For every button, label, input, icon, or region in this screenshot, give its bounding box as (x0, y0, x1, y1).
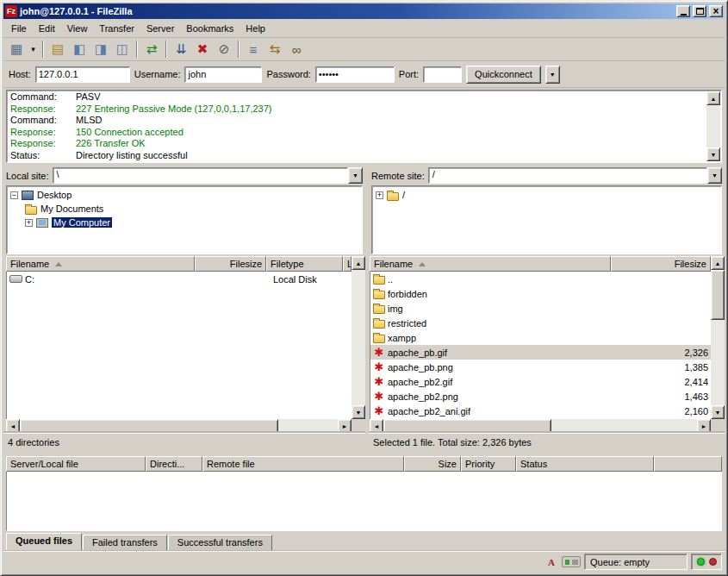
scroll-left-icon[interactable] (370, 419, 383, 433)
scroll-down-icon[interactable] (352, 405, 365, 419)
scroll-thumb[interactable] (383, 419, 551, 433)
password-input[interactable] (315, 66, 395, 83)
scroll-track[interactable] (706, 105, 720, 147)
file-row-item[interactable]: .. (370, 272, 711, 286)
speed-limits-icon[interactable] (562, 556, 581, 567)
scroll-down-icon[interactable] (711, 405, 725, 419)
local-pane: Local site: \ −DesktopMy Documents+My Co… (3, 166, 365, 451)
close-button[interactable] (709, 5, 723, 17)
column-header-filename[interactable]: Filename (370, 256, 611, 272)
find-files-icon[interactable]: ∞ (286, 40, 307, 59)
column-header-priority[interactable]: Priority (461, 456, 516, 472)
local-vertical-scrollbar[interactable] (352, 256, 365, 419)
file-row-restricted[interactable]: restricted (370, 316, 711, 330)
local-site-combobox[interactable]: \ (53, 167, 363, 184)
scroll-down-icon[interactable] (706, 147, 720, 161)
quickconnect-dropdown-icon[interactable] (545, 66, 560, 84)
tree-item-item[interactable]: +/ (372, 188, 721, 202)
directory-comparison-icon[interactable]: ≡ (243, 40, 264, 59)
host-input[interactable] (35, 66, 130, 83)
file-cell: .. (370, 273, 612, 285)
remote-list-area: FilenameFilesize ..forbiddenimgrestricte… (370, 256, 725, 419)
scroll-track[interactable] (278, 419, 338, 433)
message-log-toggle-icon[interactable]: ▤ (47, 40, 68, 59)
column-header-server-local-file[interactable]: Server/Local file (6, 456, 146, 472)
log-line-text: 226 Transfer OK (76, 138, 146, 150)
scroll-up-icon[interactable] (711, 256, 725, 270)
file-row-forbidden[interactable]: forbidden (370, 286, 711, 301)
process-queue-icon[interactable]: ⇊ (171, 40, 191, 59)
remote-tree-toggle-icon[interactable]: ◨ (90, 40, 111, 59)
scroll-track[interactable] (711, 320, 725, 405)
menu-bookmarks[interactable]: Bookmarks (180, 21, 240, 36)
column-header-l[interactable]: L (343, 256, 352, 272)
combo-dropdown-icon[interactable] (707, 167, 722, 184)
local-horizontal-scrollbar[interactable] (6, 419, 365, 433)
tree-item-my-computer[interactable]: +My Computer (7, 216, 362, 229)
menu-view[interactable]: View (61, 21, 94, 36)
column-header-status[interactable]: Status (516, 456, 654, 472)
remote-site-value[interactable]: / (428, 167, 707, 184)
local-tree-toggle-icon[interactable]: ◧ (69, 40, 90, 59)
tab-queued-files[interactable]: Queued files (6, 533, 82, 550)
column-header-filesize[interactable]: Filesize (611, 256, 711, 272)
column-header-remote-file[interactable]: Remote file (202, 456, 404, 472)
column-header-filetype[interactable]: Filetype (266, 256, 343, 272)
site-manager-icon[interactable]: ▦ (6, 40, 27, 59)
cancel-transfer-icon[interactable]: ✖ (192, 40, 213, 59)
file-row-c[interactable]: C:Local Disk (7, 272, 352, 286)
queue-view-toggle-icon[interactable]: ◫ (112, 40, 133, 59)
filename-text: img (388, 304, 403, 314)
quickconnect-button[interactable]: Quickconnect (466, 66, 541, 84)
maximize-button[interactable] (693, 5, 706, 17)
file-cell: forbidden (370, 288, 612, 299)
tab-successful-transfers[interactable]: Successful transfers (168, 535, 272, 550)
file-row-apache-pb2-ani-gif[interactable]: ✱apache_pb2_ani.gif2,160 (370, 404, 711, 418)
filename-text: .. (388, 274, 393, 285)
menu-edit[interactable]: Edit (33, 21, 61, 36)
expand-icon[interactable]: + (25, 219, 33, 227)
file-row-apache-pb2-gif[interactable]: ✱apache_pb2.gif2,414 (370, 374, 711, 389)
column-header-directi[interactable]: Directi... (146, 456, 202, 472)
refresh-icon[interactable]: ⇄ (141, 40, 162, 59)
column-header-size[interactable]: Size (404, 456, 461, 472)
scroll-right-icon[interactable] (338, 419, 352, 433)
scroll-up-icon[interactable] (706, 91, 720, 105)
scroll-track[interactable] (551, 419, 697, 433)
remote-site-combobox[interactable]: / (428, 167, 722, 184)
tree-item-my-documents[interactable]: My Documents (7, 202, 362, 216)
scroll-right-icon[interactable] (697, 419, 711, 433)
menu-help[interactable]: Help (240, 21, 271, 36)
column-header-filename[interactable]: Filename (6, 256, 195, 272)
disconnect-icon[interactable]: ⊘ (214, 40, 234, 59)
menu-file[interactable]: File (5, 21, 33, 36)
remote-horizontal-scrollbar[interactable] (370, 419, 725, 433)
file-row-img[interactable]: img (370, 301, 711, 316)
scroll-up-icon[interactable] (352, 256, 365, 270)
log-scrollbar[interactable] (706, 91, 720, 161)
collapse-icon[interactable]: − (10, 191, 18, 199)
scroll-thumb[interactable] (711, 270, 725, 320)
file-row-apache-pb-gif[interactable]: ✱apache_pb.gif2,326 (370, 345, 711, 360)
menu-server[interactable]: Server (140, 21, 180, 36)
synchronized-browsing-icon[interactable]: ⇆ (264, 40, 285, 59)
username-input[interactable] (184, 66, 262, 83)
local-site-value[interactable]: \ (53, 167, 348, 184)
minimize-button[interactable] (676, 5, 690, 17)
scroll-thumb[interactable] (20, 419, 278, 433)
file-row-xampp[interactable]: xampp (370, 330, 711, 345)
transfer-type-icon[interactable]: A (544, 555, 558, 569)
expand-icon[interactable]: + (376, 191, 383, 199)
port-input[interactable] (423, 66, 462, 83)
menu-transfer[interactable]: Transfer (93, 21, 140, 36)
file-row-apache-pb2-png[interactable]: ✱apache_pb2.png1,463 (370, 389, 711, 404)
scroll-left-icon[interactable] (6, 419, 20, 433)
tree-item-desktop[interactable]: −Desktop (7, 188, 362, 202)
remote-vertical-scrollbar[interactable] (711, 256, 725, 419)
site-manager-dropdown-icon[interactable]: ▾ (28, 40, 39, 59)
scroll-track[interactable] (352, 270, 365, 405)
combo-dropdown-icon[interactable] (348, 167, 363, 184)
column-header-filesize[interactable]: Filesize (195, 256, 266, 272)
tab-failed-transfers[interactable]: Failed transfers (83, 535, 167, 550)
file-row-apache-pb-png[interactable]: ✱apache_pb.png1,385 (370, 360, 711, 374)
